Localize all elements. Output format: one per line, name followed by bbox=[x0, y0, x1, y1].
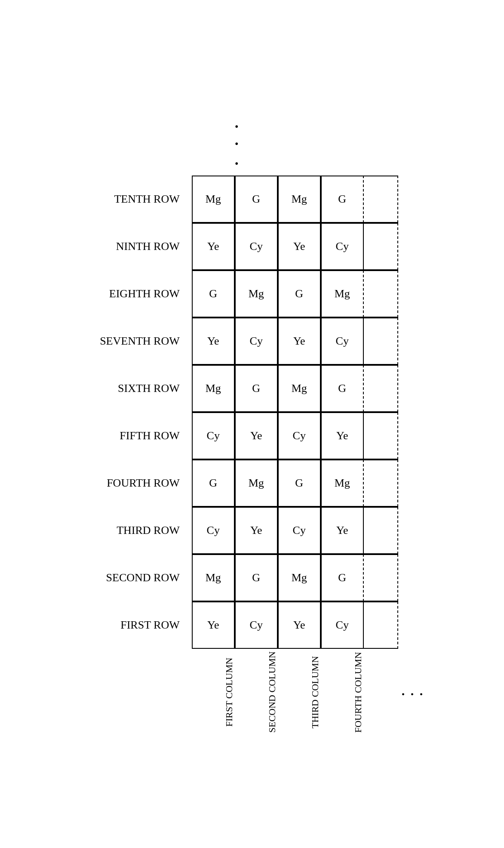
grid-cell-r5-c2: Cy bbox=[278, 412, 321, 459]
grid-cell-r0-c3: G bbox=[321, 176, 364, 223]
grid-cell-r1-c2: Ye bbox=[278, 223, 321, 270]
grid-cell-r4-c4 bbox=[364, 365, 398, 412]
grid-cell-r3-c1: Cy bbox=[235, 318, 278, 365]
col-label-0: FIRST COLUMN bbox=[192, 652, 235, 730]
grid-row-3: YeCyYeCy bbox=[192, 318, 398, 365]
col-labels-row: FIRST COLUMNSECOND COLUMNTHIRD COLUMNFOU… bbox=[80, 652, 424, 730]
grid-cell-r8-c2: Mg bbox=[278, 554, 321, 601]
row-label-6: FOURTH ROW bbox=[107, 459, 184, 507]
grid-cell-r2-c3: Mg bbox=[321, 270, 364, 318]
grid-cell-r1-c1: Cy bbox=[235, 223, 278, 270]
grid-cell-r5-c3: Ye bbox=[321, 412, 364, 459]
grid-cell-r9-c0: Ye bbox=[192, 601, 235, 649]
grid-cell-r8-c0: Mg bbox=[192, 554, 235, 601]
grid-cell-r0-c1: G bbox=[235, 176, 278, 223]
row-label-7: THIRD ROW bbox=[117, 507, 184, 554]
grid-cell-r4-c1: G bbox=[235, 365, 278, 412]
col-label-3: FOURTH COLUMN bbox=[321, 652, 364, 730]
grid-row-2: GMgGMg bbox=[192, 270, 398, 318]
grid-row-5: CyYeCyYe bbox=[192, 412, 398, 459]
grid-cell-r5-c1: Ye bbox=[235, 412, 278, 459]
grid-cell-r7-c2: Cy bbox=[278, 507, 321, 554]
grid-cell-r6-c3: Mg bbox=[321, 459, 364, 507]
grid-cell-r7-c1: Ye bbox=[235, 507, 278, 554]
grid-cell-r5-c0: Cy bbox=[192, 412, 235, 459]
grid-cell-r2-c0: G bbox=[192, 270, 235, 318]
grid-row-4: MgGMgG bbox=[192, 365, 398, 412]
grid-cell-r4-c0: Mg bbox=[192, 365, 235, 412]
grid-row-6: GMgGMg bbox=[192, 459, 398, 507]
grid-outer: MgGMgGYeCyYeCyGMgGMgYeCyYeCyMgGMgGCyYeCy… bbox=[192, 176, 398, 649]
grid-cell-r6-c1: Mg bbox=[235, 459, 278, 507]
grid-row-1: YeCyYeCy bbox=[192, 223, 398, 270]
grid-cell-r6-c2: G bbox=[278, 459, 321, 507]
row-label-3: SEVENTH ROW bbox=[100, 318, 184, 365]
grid-cell-r0-c2: Mg bbox=[278, 176, 321, 223]
grid-cell-r6-c0: G bbox=[192, 459, 235, 507]
grid-row-9: YeCyYeCy bbox=[192, 601, 398, 649]
ellipsis-bottom: . . . bbox=[398, 652, 424, 730]
grid-row-7: CyYeCyYe bbox=[192, 507, 398, 554]
grid-cell-r1-c0: Ye bbox=[192, 223, 235, 270]
grid-cell-r7-c3: Ye bbox=[321, 507, 364, 554]
grid-cell-r1-c4 bbox=[364, 223, 398, 270]
grid-cell-r7-c4 bbox=[364, 507, 398, 554]
row-label-2: EIGHTH ROW bbox=[109, 270, 184, 318]
grid-row-8: MgGMgG bbox=[192, 554, 398, 601]
grid-cell-r8-c1: G bbox=[235, 554, 278, 601]
table-wrapper: TENTH ROWNINTH ROWEIGHTH ROWSEVENTH ROWS… bbox=[80, 176, 398, 649]
ellipsis-top: · bbox=[235, 119, 240, 134]
row-label-8: SECOND ROW bbox=[106, 554, 184, 601]
grid-cell-r0-c4 bbox=[364, 176, 398, 223]
ellipsis-top3: · bbox=[235, 156, 240, 171]
grid-cell-r9-c1: Cy bbox=[235, 601, 278, 649]
grid-cell-r9-c4 bbox=[364, 601, 398, 649]
grid-cell-r9-c3: Cy bbox=[321, 601, 364, 649]
grid-cell-r8-c4 bbox=[364, 554, 398, 601]
dots-area: · · · bbox=[80, 119, 240, 176]
grid-cell-r2-c4 bbox=[364, 270, 398, 318]
grid-cell-r5-c4 bbox=[364, 412, 398, 459]
page-container: · · · TENTH ROWNINTH ROWEIGHTH ROWSEVENT… bbox=[0, 0, 504, 848]
grid-cell-r7-c0: Cy bbox=[192, 507, 235, 554]
grid-cell-r1-c3: Cy bbox=[321, 223, 364, 270]
main-layout: · · · TENTH ROWNINTH ROWEIGHTH ROWSEVENT… bbox=[80, 119, 424, 730]
row-label-0: TENTH ROW bbox=[114, 176, 184, 223]
grid-cell-r3-c3: Cy bbox=[321, 318, 364, 365]
grid-cell-r2-c2: G bbox=[278, 270, 321, 318]
grid-row-0: MgGMgG bbox=[192, 176, 398, 223]
grid-cell-r3-c4 bbox=[364, 318, 398, 365]
col-label-1: SECOND COLUMN bbox=[235, 652, 278, 730]
grid-cell-r9-c2: Ye bbox=[278, 601, 321, 649]
grid-cell-r2-c1: Mg bbox=[235, 270, 278, 318]
row-label-9: FIRST ROW bbox=[120, 601, 184, 649]
ellipsis-top2: · bbox=[235, 136, 240, 151]
row-labels: TENTH ROWNINTH ROWEIGHTH ROWSEVENTH ROWS… bbox=[80, 176, 192, 649]
col-label-2: THIRD COLUMN bbox=[278, 652, 321, 730]
grid-cell-r0-c0: Mg bbox=[192, 176, 235, 223]
grid-cell-r8-c3: G bbox=[321, 554, 364, 601]
row-label-1: NINTH ROW bbox=[116, 223, 184, 270]
row-label-5: FIFTH ROW bbox=[120, 412, 184, 459]
row-label-4: SIXTH ROW bbox=[118, 365, 184, 412]
grid-cell-r3-c0: Ye bbox=[192, 318, 235, 365]
grid-cell-r4-c3: G bbox=[321, 365, 364, 412]
grid-cell-r6-c4 bbox=[364, 459, 398, 507]
grid-cell-r4-c2: Mg bbox=[278, 365, 321, 412]
grid-cell-r3-c2: Ye bbox=[278, 318, 321, 365]
